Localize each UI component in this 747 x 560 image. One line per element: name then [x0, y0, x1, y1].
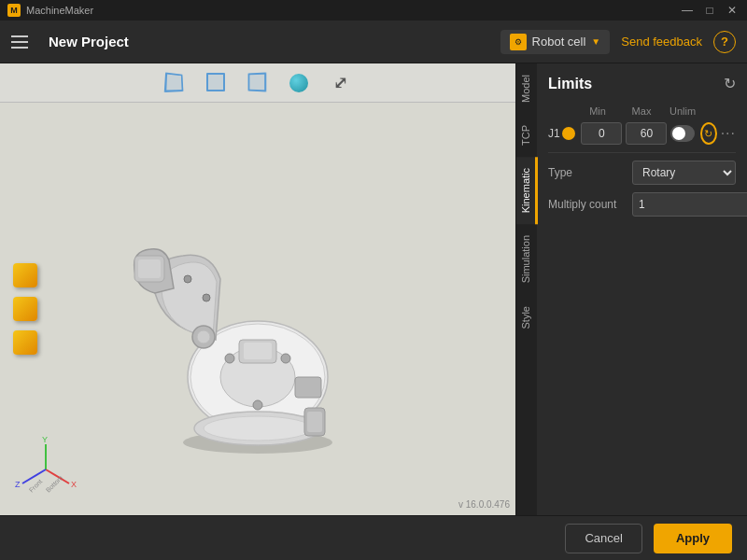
type-select[interactable]: Rotary Linear Fixed: [632, 161, 736, 185]
robot-model: [127, 204, 388, 466]
robot-cell-label: Robot cell: [532, 35, 586, 49]
joint-row-j1: J1 ↻ ···: [548, 122, 736, 145]
app-name: MachineMaker: [26, 5, 93, 16]
panel-content: Model TCP Kinematic Simulation Style Lim…: [516, 63, 747, 515]
titlebar: M MachineMaker — □ ✕: [0, 0, 747, 21]
type-row: Type Rotary Linear Fixed: [548, 161, 736, 185]
expand-icon: ⤢: [333, 73, 347, 93]
svg-rect-8: [244, 343, 272, 359]
col-header-unlim: Unlim: [662, 105, 703, 117]
joint-min-input-j1[interactable]: [581, 122, 622, 145]
view-iso-button[interactable]: [162, 70, 189, 96]
iso-cube-icon: [164, 72, 184, 92]
header: New Project ⚙ Robot cell ▼ Send feedback…: [0, 21, 747, 63]
multiply-row: Multiply count: [548, 192, 736, 217]
svg-point-4: [225, 354, 234, 363]
svg-point-14: [184, 275, 191, 283]
titlebar-controls: — □ ✕: [680, 3, 740, 18]
joint-more-button-j1[interactable]: ···: [721, 125, 736, 142]
type-label: Type: [548, 166, 632, 179]
multiply-label: Multiply count: [548, 198, 632, 211]
app-container: New Project ⚙ Robot cell ▼ Send feedback…: [0, 21, 747, 560]
tab-tcp[interactable]: TCP: [516, 114, 538, 157]
svg-text:Bottom: Bottom: [45, 474, 64, 494]
col-header-min: Min: [574, 105, 621, 117]
svg-point-5: [281, 354, 290, 363]
hamburger-menu[interactable]: [11, 31, 34, 53]
apply-button[interactable]: Apply: [654, 524, 732, 553]
view-right-button[interactable]: [245, 70, 271, 96]
svg-point-11: [197, 330, 210, 343]
cancel-button[interactable]: Cancel: [565, 524, 641, 553]
panel-title: Limits: [548, 76, 592, 92]
axis-indicator: X Y Z Front Bottom: [13, 437, 78, 502]
svg-rect-13: [138, 259, 161, 278]
svg-text:Z: Z: [15, 480, 21, 489]
multiply-input[interactable]: [632, 192, 747, 217]
content-area: ⤢: [0, 63, 747, 515]
sphere-icon: [289, 74, 308, 92]
viewport-area: ⤢: [0, 63, 515, 515]
panel-header: Limits ↻: [548, 75, 736, 92]
minimize-button[interactable]: —: [680, 3, 695, 18]
help-button[interactable]: ?: [713, 31, 736, 53]
app-icon: M: [7, 4, 21, 17]
viewport-toolbar: ⤢: [0, 63, 515, 103]
joint-toggle-j1[interactable]: [670, 125, 694, 142]
ham-line: [11, 35, 28, 37]
limits-column-headers: Min Max Unlim: [548, 105, 736, 117]
right-panel: Model TCP Kinematic Simulation Style Lim…: [515, 63, 747, 515]
joint-dot-j1: [562, 127, 575, 140]
scene-object-cube-3[interactable]: [13, 330, 37, 355]
side-tabs: Model TCP Kinematic Simulation Style: [516, 63, 537, 515]
svg-point-6: [253, 400, 262, 410]
robot-cell-icon: ⚙: [510, 34, 527, 50]
svg-text:X: X: [71, 480, 77, 489]
scene-object-cube-2[interactable]: [13, 297, 37, 321]
ham-line: [11, 41, 28, 43]
view-sphere-button[interactable]: [286, 70, 312, 96]
svg-rect-9: [295, 377, 321, 398]
view-front-button[interactable]: [204, 70, 230, 96]
scene-object-cube-1[interactable]: [13, 263, 37, 287]
divider: [548, 152, 736, 153]
svg-text:Front: Front: [28, 478, 44, 494]
svg-point-17: [204, 416, 312, 441]
close-button[interactable]: ✕: [725, 3, 740, 18]
viewport-main[interactable]: X Y Z Front Bottom v 16.0.0.476: [0, 103, 515, 515]
joint-label-j1: J1: [548, 127, 562, 140]
joint-circular-btn-j1[interactable]: ↻: [700, 122, 717, 145]
joint-max-input-j1[interactable]: [626, 122, 667, 145]
toggle-knob-j1: [672, 127, 685, 140]
tab-simulation[interactable]: Simulation: [516, 224, 538, 294]
robot-cell-dropdown[interactable]: ⚙ Robot cell ▼: [500, 30, 611, 54]
expand-button[interactable]: ⤢: [327, 70, 353, 96]
maximize-button[interactable]: □: [702, 3, 717, 18]
left-sidebar: [13, 263, 37, 355]
version-label: v 16.0.0.476: [458, 499, 510, 510]
tab-model[interactable]: Model: [516, 63, 538, 114]
svg-rect-19: [307, 412, 322, 432]
svg-text:Y: Y: [42, 437, 48, 444]
tab-style[interactable]: Style: [516, 295, 538, 340]
ham-line: [11, 47, 28, 49]
col-header-max: Max: [621, 105, 662, 117]
panel-main-content: Limits ↻ Min Max Unlim J1: [537, 63, 747, 515]
refresh-button[interactable]: ↻: [724, 75, 736, 92]
robot-3d-model: [127, 204, 388, 466]
titlebar-left: M MachineMaker: [7, 4, 93, 17]
dropdown-arrow-icon: ▼: [591, 36, 600, 47]
send-feedback-button[interactable]: Send feedback: [621, 35, 702, 49]
front-cube-icon: [206, 73, 225, 91]
svg-point-15: [203, 294, 210, 301]
project-title: New Project: [49, 34, 500, 49]
footer: Cancel Apply: [0, 515, 747, 560]
right-cube-icon: [248, 72, 267, 91]
tab-kinematic[interactable]: Kinematic: [516, 157, 538, 224]
